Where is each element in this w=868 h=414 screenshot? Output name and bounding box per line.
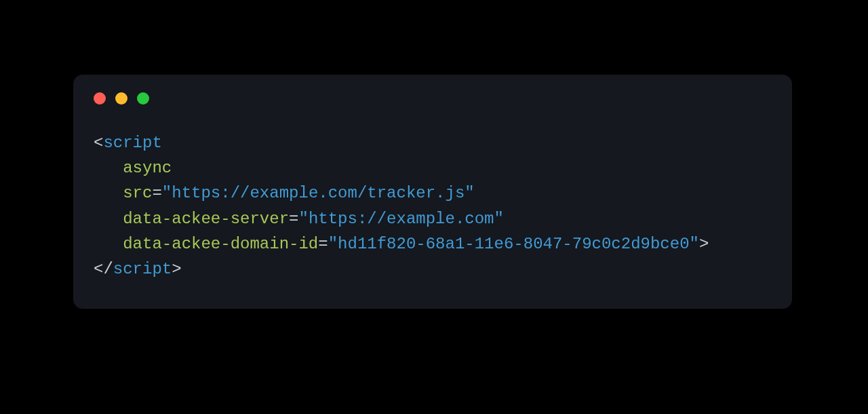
attr-src-value: https://example.com/tracker.js: [172, 184, 465, 202]
close-icon[interactable]: [94, 92, 106, 105]
minimize-icon[interactable]: [115, 92, 127, 105]
angle-open: <: [94, 134, 103, 152]
attr-server-close-quote: ": [494, 210, 504, 228]
indent: [94, 184, 123, 202]
equals: =: [318, 235, 328, 253]
attr-server-value: https://example.com: [309, 210, 494, 228]
equals: =: [152, 184, 161, 202]
tag-name-close: script: [113, 260, 172, 278]
attr-server-open-quote: ": [298, 210, 308, 228]
attr-src-open-quote: ": [162, 184, 172, 202]
code-block: <script async src="https://example.com/t…: [94, 130, 772, 282]
slash: /: [103, 260, 113, 278]
window-controls: [94, 92, 772, 105]
attr-async: async: [123, 159, 172, 177]
attr-server-name: data-ackee-server: [123, 210, 289, 228]
tag-name-open: script: [103, 134, 161, 152]
indent: [94, 210, 123, 228]
attr-src-close-quote: ": [465, 184, 474, 202]
attr-domain-name: data-ackee-domain-id: [123, 235, 318, 253]
code-window: <script async src="https://example.com/t…: [73, 75, 792, 309]
equals: =: [289, 210, 298, 228]
angle-open-close: <: [94, 260, 103, 278]
attr-domain-open-quote: ": [328, 235, 338, 253]
angle-close-close: >: [172, 260, 181, 278]
indent: [94, 235, 123, 253]
attr-src-name: src: [123, 184, 152, 202]
indent: [94, 159, 123, 177]
angle-close: >: [699, 235, 709, 253]
attr-domain-close-quote: ": [690, 235, 699, 253]
zoom-icon[interactable]: [137, 92, 149, 105]
attr-domain-value: hd11f820-68a1-11e6-8047-79c0c2d9bce0: [338, 235, 689, 253]
